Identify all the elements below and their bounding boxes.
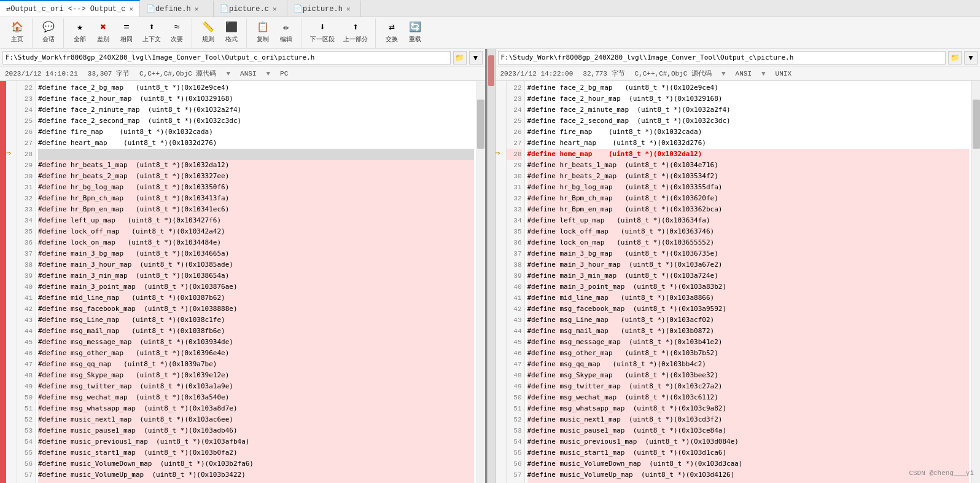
right-folder-button[interactable]: 📁 [948, 51, 962, 65]
all-button[interactable]: ★ 全部 [69, 21, 91, 44]
left-nav-button[interactable]: ▼ [469, 51, 483, 65]
home-button[interactable]: 🏠 主页 [6, 21, 28, 44]
line-48-right: #define msg_Skype_map (uint8_t *)(0x103b… [527, 370, 970, 381]
tab-icon-4: 📄 [294, 4, 303, 14]
line-31-right: #define hr_bg_log_map (uint8_t *)(0x1033… [527, 182, 970, 193]
same-button[interactable]: = 相同 [115, 21, 138, 44]
line-empty-left [38, 149, 474, 160]
line-44-right: #define msg_mail_map (uint8_t *)(0x103b0… [527, 326, 970, 337]
tab-close-3[interactable]: ✕ [273, 5, 277, 13]
line-55-right: #define music_start1_map (uint8_t *)(0x1… [527, 447, 970, 458]
line-42-left: #define msg_Line_map (uint8_t *)(0x1038c… [38, 315, 474, 326]
left-address-input[interactable] [2, 51, 451, 65]
line-31-left: #define hr_Bpm_ch_map (uint8_t *)(0x1034… [38, 193, 474, 204]
right-scrollbar[interactable] [971, 81, 980, 483]
edit-button[interactable]: ✏️ 编辑 [275, 21, 297, 44]
left-encoding-label: ▼ [226, 70, 230, 77]
line-35-right: #define lock_off_map (uint8_t *)(0x10363… [527, 226, 970, 237]
right-encoding-arrow: ▼ [721, 70, 726, 77]
tab-picture-h[interactable]: 📄 picture.h ✕ [287, 0, 361, 17]
line-41-left: #define msg_facebook_map (uint8_t *)(0x1… [38, 304, 474, 315]
updown-button[interactable]: ⬍ 上下文 [139, 21, 165, 44]
left-scrollbar-thumb[interactable] [477, 100, 484, 149]
line-25-left: #define face_2_second_map (uint8_t *)(0x… [38, 116, 474, 127]
watermark: CSDN @cheng___yi [909, 469, 974, 477]
line-57-left: #define play_bg_map (uint8_t *)(0x103b38… [38, 481, 474, 483]
left-encoding-arrow: ▼ [266, 70, 270, 77]
line-26-right: #define fire_map (uint8_t *)(0x1032cada) [527, 127, 970, 138]
reload-button[interactable]: 🔄 重载 [404, 21, 426, 44]
right-arrow-col: ⇒ [496, 81, 507, 483]
line-28-left: #define hr_beats_1_map (uint8_t *)(0x103… [38, 160, 474, 171]
right-size: 32,773 字节 [583, 69, 624, 78]
line-26-left: #define fire_map (uint8_t *)(0x1032cada) [38, 127, 474, 138]
line-23-right: #define face_2_hour_map (uint8_t *)(0x10… [527, 93, 970, 104]
tab-label-1: Output_c_ori <--> Output_c [10, 5, 125, 14]
line-49-right: #define msg_twitter_map (uint8_t *)(0x10… [527, 381, 970, 392]
tab-define[interactable]: 📄 define.h ✕ [140, 0, 214, 17]
tab-label-2: define.h [155, 5, 191, 14]
tab-picture-c[interactable]: 📄 picture.c ✕ [214, 0, 287, 17]
line-38-left: #define main_3_min_map (uint8_t *)(0x103… [38, 270, 474, 281]
next-icon: ≈ [174, 22, 180, 34]
right-address-input[interactable] [498, 51, 946, 65]
next-section-button[interactable]: ⬇ 下一区段 [306, 21, 338, 44]
line-29-left: #define hr_beats_2_map (uint8_t *)(0x103… [38, 171, 474, 182]
right-address-bar: 📁 ▼ [496, 49, 981, 66]
left-timestamp: 2023/1/12 14:10:21 [5, 70, 78, 77]
right-lineending: UNIX [776, 70, 791, 77]
talk-icon: 💬 [42, 22, 55, 34]
line-37-right: #define main_3_bg_map (uint8_t *)(0x1036… [527, 248, 970, 259]
line-28-right-changed: #define home_map (uint8_t *)(0x1032da12) [527, 149, 970, 160]
format-button[interactable]: ⬛ 格式 [220, 21, 243, 44]
tab-output-diff[interactable]: ⇄ Output_c_ori <--> Output_c ✕ [0, 0, 140, 17]
right-nav-button[interactable]: ▼ [964, 51, 978, 65]
right-encoding-arrow2: ▼ [761, 70, 766, 77]
left-code-lines[interactable]: #define face_2_bg_map (uint8_t *)(0x102e… [36, 81, 476, 483]
line-45-right: #define msg_message_map (uint8_t *)(0x10… [527, 337, 970, 348]
left-arrow-col: ⇒ [6, 81, 17, 483]
line-51-left: #define music_next1_map (uint8_t *)(0x10… [38, 414, 474, 425]
copy-button[interactable]: 📋 复制 [252, 21, 274, 44]
line-24-right: #define face_2_minute_map (uint8_t *)(0x… [527, 104, 970, 116]
line-46-right: #define msg_other_map (uint8_t *)(0x103b… [527, 348, 970, 359]
right-code-lines[interactable]: #define face_2_bg_map (uint8_t *)(0x102e… [525, 81, 972, 483]
right-scrollbar-thumb[interactable] [973, 100, 980, 149]
tab-close-4[interactable]: ✕ [346, 5, 351, 13]
diff-icon: ✖ [100, 22, 106, 34]
tab-close-1[interactable]: ✕ [129, 5, 133, 13]
line-43-right: #define msg_Line_map (uint8_t *)(0x103ac… [527, 315, 970, 326]
center-diff-bar [487, 49, 496, 483]
swap-button[interactable]: ⇄ 交换 [381, 21, 403, 44]
tab-icon-3: 📄 [220, 4, 229, 14]
next-section-icon: ⬇ [319, 22, 325, 34]
left-scrollbar[interactable] [476, 81, 485, 483]
line-47-left: #define msg_Skype_map (uint8_t *)(0x1039… [38, 370, 474, 381]
rule-icon: 📏 [202, 22, 214, 34]
tab-label-3: picture.c [229, 5, 269, 14]
line-52-right: #define music_next1_map (uint8_t *)(0x10… [527, 414, 970, 425]
tab-close-2[interactable]: ✕ [195, 5, 199, 13]
line-43-left: #define msg_mail_map (uint8_t *)(0x1038f… [38, 326, 474, 337]
left-folder-button[interactable]: 📁 [453, 51, 467, 65]
rule-button[interactable]: 📏 规则 [197, 21, 219, 44]
talk-button[interactable]: 💬 会话 [37, 21, 60, 44]
line-32-right: #define hr_Bpm_ch_map (uint8_t *)(0x1036… [527, 193, 970, 204]
line-44-left: #define msg_message_map (uint8_t *)(0x10… [38, 337, 474, 348]
format-icon: ⬛ [225, 22, 238, 34]
tab-label-4: picture.h [303, 5, 343, 14]
prev-section-button[interactable]: ⬆ 上一部分 [340, 21, 371, 44]
next-button[interactable]: ≈ 次要 [166, 21, 188, 44]
line-30-right: #define hr_beats_2_map (uint8_t *)(0x103… [527, 171, 970, 182]
line-42-right: #define msg_facebook_map (uint8_t *)(0x1… [527, 304, 970, 315]
left-lang: C,C++,C#,ObjC 源代码 [139, 69, 216, 78]
right-encoding: ANSI [736, 70, 752, 77]
line-49-left: #define msg_wechat_map (uint8_t *)(0x103… [38, 392, 474, 403]
line-33-left: #define left_up_map (uint8_t *)(0x103427… [38, 215, 474, 226]
line-22-left: #define face_2_bg_map (uint8_t *)(0x102e… [38, 82, 474, 93]
line-57-right: #define music_VolumeUp_map (uint8_t *)(0… [527, 469, 970, 481]
edit-icon: ✏️ [283, 22, 289, 34]
copy-icon: 📋 [257, 22, 269, 34]
left-lineending: PC [280, 70, 288, 77]
diff-button[interactable]: ✖ 差别 [92, 21, 114, 44]
